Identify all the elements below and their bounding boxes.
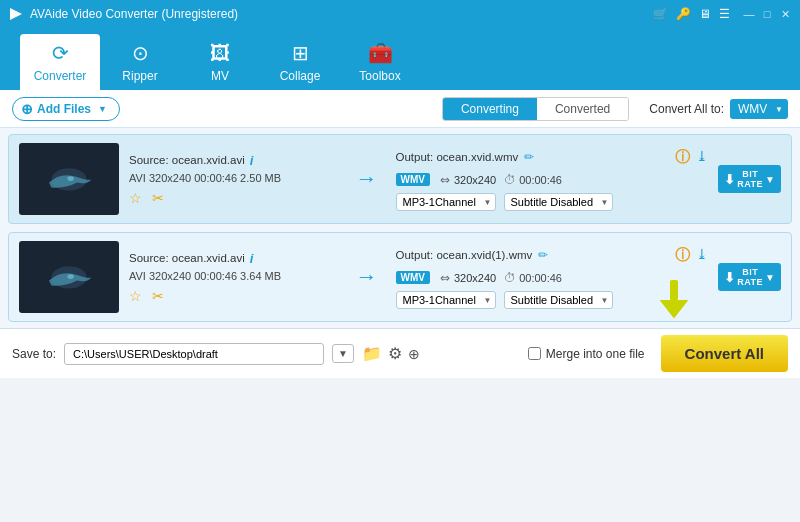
- output-info-icon-2[interactable]: ⓘ: [675, 246, 690, 265]
- svg-marker-8: [660, 300, 689, 318]
- thumbnail-2: [19, 241, 119, 313]
- convert-all-button[interactable]: Convert All: [661, 335, 788, 372]
- output-action-btns-1: ⓘ ⤓: [675, 148, 708, 167]
- audio-select-wrapper-1: MP3-1Channel AAC: [396, 193, 496, 211]
- thumbnail-1: [19, 143, 119, 215]
- arrow-1: →: [348, 166, 386, 192]
- subtitle-select-2[interactable]: Subtitle Disabled Subtitle Enabled: [504, 291, 613, 309]
- app-logo: [8, 6, 24, 22]
- add-files-button[interactable]: ⊕ Add Files ▼: [12, 97, 120, 121]
- format-badge-2: WMV: [396, 271, 430, 284]
- output-title-1: Output: ocean.xvid.wmv ✏ ⓘ ⤓: [396, 148, 709, 167]
- nav-converter[interactable]: ⟳ Converter: [20, 34, 100, 90]
- convert-button-1[interactable]: ⬇ BITRATE ▼: [718, 165, 781, 193]
- audio-select-1[interactable]: MP3-1Channel AAC: [396, 193, 496, 211]
- convert-btn-label-2: BITRATE: [737, 267, 763, 287]
- merge-checkbox[interactable]: [528, 347, 541, 360]
- convert-btn-dropdown-2[interactable]: ▼: [765, 272, 775, 283]
- duration-chip-1: ⏱ 00:00:46: [504, 173, 562, 187]
- subtitle-select-1[interactable]: Subtitle Disabled Subtitle Enabled: [504, 193, 613, 211]
- output-info-icon-1[interactable]: ⓘ: [675, 148, 690, 167]
- svg-marker-0: [10, 8, 22, 20]
- edit-icon-2[interactable]: ✏: [538, 248, 548, 262]
- output-label-1: Output: ocean.xvid.wmv: [396, 151, 519, 163]
- file-source-2: Source: ocean.xvid.avi i: [129, 251, 338, 266]
- nav-mv[interactable]: 🖼 MV: [180, 34, 260, 90]
- resolution-chip-1: ⇔ 320x240: [440, 173, 496, 187]
- collage-icon: ⊞: [292, 41, 309, 65]
- mv-icon: 🖼: [210, 42, 230, 65]
- nav-bar: ⟳ Converter ⊙ Ripper 🖼 MV ⊞ Collage 🧰 To…: [0, 28, 800, 90]
- svg-rect-7: [670, 280, 678, 300]
- converter-icon: ⟳: [52, 41, 69, 65]
- source-label-1: Source: ocean.xvid.avi: [129, 154, 245, 166]
- output-audio-settings-1: MP3-1Channel AAC Subtitle Disabled Subti…: [396, 193, 709, 211]
- nav-collage[interactable]: ⊞ Collage: [260, 34, 340, 90]
- convert-all-to-label: Convert All to:: [649, 102, 724, 116]
- settings-icon-2[interactable]: ⊕: [408, 346, 420, 362]
- duration-label-1: 00:00:46: [519, 174, 562, 186]
- arrow-2: →: [348, 264, 386, 290]
- svg-point-3: [67, 176, 73, 181]
- file-row: Source: ocean.xvid.avi i AVI 320x240 00:…: [8, 134, 792, 224]
- tab-converted[interactable]: Converted: [537, 98, 628, 120]
- convert-btn-dropdown-1[interactable]: ▼: [765, 174, 775, 185]
- convert-button-2[interactable]: ⬇ BITRATE ▼: [718, 263, 781, 291]
- format-select[interactable]: WMV MP4 AVI MOV: [730, 99, 788, 119]
- nav-ripper[interactable]: ⊙ Ripper: [100, 34, 180, 90]
- menu-icon[interactable]: ☰: [719, 7, 730, 21]
- clock-icon-2: ⏱: [504, 271, 516, 285]
- output-download-icon-2[interactable]: ⤓: [696, 246, 708, 265]
- resize-icon-1: ⇔: [440, 173, 450, 187]
- output-download-icon-1[interactable]: ⤓: [696, 148, 708, 167]
- app-title: AVAide Video Converter (Unregistered): [30, 7, 653, 21]
- file-actions-1: ☆ ✂: [129, 190, 338, 206]
- tab-converting[interactable]: Converting: [443, 98, 537, 120]
- duration-label-2: 00:00:46: [519, 272, 562, 284]
- merge-label: Merge into one file: [546, 347, 645, 361]
- output-title-2: Output: ocean.xvid(1).wmv ✏ ⓘ ⤓: [396, 246, 709, 265]
- cart-icon[interactable]: 🛒: [653, 7, 668, 21]
- ripper-icon: ⊙: [132, 41, 149, 65]
- output-action-btns-2: ⓘ ⤓: [675, 246, 708, 265]
- save-to-input[interactable]: [64, 343, 324, 365]
- resolution-label-2: 320x240: [454, 272, 496, 284]
- nav-toolbox-label: Toolbox: [359, 69, 400, 83]
- source-info-icon-2[interactable]: i: [250, 251, 254, 266]
- arrow-right-icon-2: →: [356, 264, 378, 290]
- cut-icon-2[interactable]: ✂: [152, 288, 164, 304]
- audio-select-2[interactable]: MP3-1Channel AAC: [396, 291, 496, 309]
- edit-icon-1[interactable]: ✏: [524, 150, 534, 164]
- nav-ripper-label: Ripper: [122, 69, 157, 83]
- close-button[interactable]: ✕: [778, 7, 792, 21]
- file-info-2: Source: ocean.xvid.avi i AVI 320x240 00:…: [129, 251, 338, 304]
- toolbox-icon: 🧰: [368, 41, 393, 65]
- format-chip-1: WMV: [396, 173, 432, 186]
- file-meta-1: AVI 320x240 00:00:46 2.50 MB: [129, 172, 338, 184]
- cut-icon-1[interactable]: ✂: [152, 190, 164, 206]
- resolution-label-1: 320x240: [454, 174, 496, 186]
- maximize-button[interactable]: □: [760, 7, 774, 21]
- svg-point-6: [67, 274, 73, 279]
- folder-icon[interactable]: 📁: [362, 344, 382, 363]
- output-label-2: Output: ocean.xvid(1).wmv: [396, 249, 533, 261]
- convert-all-to: Convert All to: WMV MP4 AVI MOV: [649, 99, 788, 119]
- nav-toolbox[interactable]: 🧰 Toolbox: [340, 34, 420, 90]
- minimize-button[interactable]: —: [742, 7, 756, 21]
- add-files-chevron[interactable]: ▼: [98, 104, 107, 114]
- convert-icon-2: ⬇: [724, 270, 735, 285]
- key-icon[interactable]: 🔑: [676, 7, 691, 21]
- settings-icon-1[interactable]: ⚙: [388, 344, 402, 363]
- subtitle-select-wrapper-1: Subtitle Disabled Subtitle Enabled: [504, 193, 613, 211]
- title-bar-icons: 🛒 🔑 🖥 ☰: [653, 7, 730, 21]
- resize-icon-2: ⇔: [440, 271, 450, 285]
- star-icon-1[interactable]: ☆: [129, 190, 142, 206]
- source-info-icon-1[interactable]: i: [250, 153, 254, 168]
- save-to-dropdown-icon[interactable]: ▼: [332, 344, 354, 363]
- audio-select-wrapper-2: MP3-1Channel AAC: [396, 291, 496, 309]
- monitor-icon[interactable]: 🖥: [699, 7, 711, 21]
- title-bar: AVAide Video Converter (Unregistered) 🛒 …: [0, 0, 800, 28]
- window-controls: — □ ✕: [742, 7, 792, 21]
- star-icon-2[interactable]: ☆: [129, 288, 142, 304]
- save-to-label: Save to:: [12, 347, 56, 361]
